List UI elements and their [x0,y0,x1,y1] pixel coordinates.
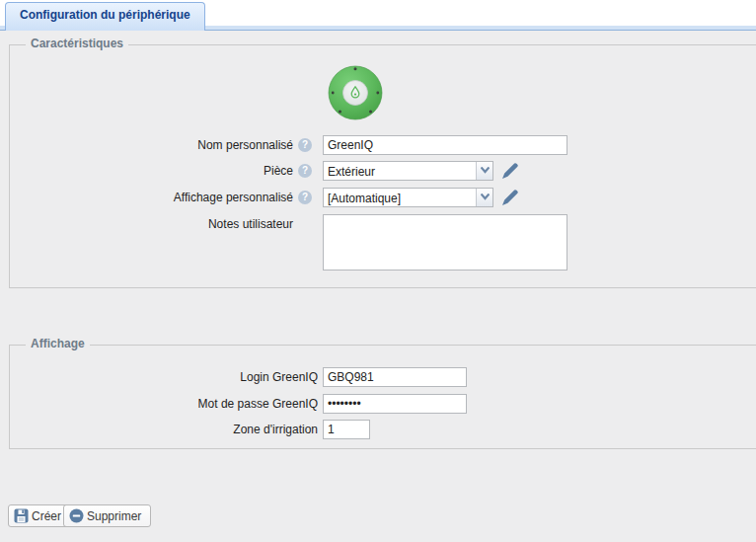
section-affichage: Affichage Login GreenIQ Mot de passe Gre… [9,345,756,449]
help-icon[interactable]: ? [298,164,312,178]
creer-button-label: Créer [32,509,61,523]
edit-piece-pencil-icon[interactable] [501,162,519,180]
affichage-personnalise-selected-value: [Automatique] [328,191,473,206]
greeniq-device-icon [328,65,383,120]
row-nom-personnalise: Nom personnalisé ? [10,135,756,156]
section-caracteristiques-legend: Caractéristiques [26,37,128,50]
mot-de-passe-greeniq-input[interactable] [323,394,467,414]
row-login-greeniq: Login GreenIQ [10,367,756,388]
zone-irrigation-label: Zone d'irrigation [10,420,318,439]
login-greeniq-label: Login GreenIQ [10,367,318,387]
help-icon[interactable]: ? [298,138,312,152]
row-notes-utilisateur: Notes utilisateur [10,214,756,271]
zone-irrigation-input[interactable] [323,420,370,439]
row-zone-irrigation: Zone d'irrigation [10,420,756,440]
chevron-down-icon[interactable] [476,189,492,206]
tab-configuration-peripherique[interactable]: Configuration du périphérique [5,2,205,31]
affichage-personnalise-select[interactable]: [Automatique] [323,188,493,207]
creer-button[interactable]: Créer [8,504,71,527]
supprimer-button[interactable]: Supprimer [63,504,151,527]
piece-label: Pièce [10,161,293,181]
device-configuration-page: Configuration du périphérique Caractéris… [0,0,756,542]
mot-de-passe-greeniq-label: Mot de passe GreenIQ [10,394,318,414]
row-affichage-personnalise: Affichage personnalisé ? [Automatique] [10,188,756,208]
section-affichage-legend: Affichage [26,337,90,350]
nom-personnalise-label: Nom personnalisé [10,135,293,155]
chevron-down-icon[interactable] [476,162,492,180]
nom-personnalise-input[interactable] [323,135,567,155]
row-mot-de-passe-greeniq: Mot de passe GreenIQ [10,394,756,415]
section-caracteristiques: Caractéristiques [9,44,756,288]
row-piece: Pièce ? Extérieur [10,161,756,182]
supprimer-button-label: Supprimer [87,509,141,523]
notes-utilisateur-textarea[interactable] [323,214,567,271]
login-greeniq-input[interactable] [323,367,467,387]
notes-utilisateur-label: Notes utilisateur [10,214,293,234]
save-icon [14,508,29,523]
piece-selected-value: Extérieur [328,164,473,180]
piece-select[interactable]: Extérieur [323,161,493,181]
affichage-personnalise-label: Affichage personnalisé [10,188,293,207]
help-icon[interactable]: ? [298,191,312,204]
minus-circle-icon [69,508,84,523]
edit-affichage-pencil-icon[interactable] [501,189,519,206]
tab-label: Configuration du périphérique [20,8,190,22]
